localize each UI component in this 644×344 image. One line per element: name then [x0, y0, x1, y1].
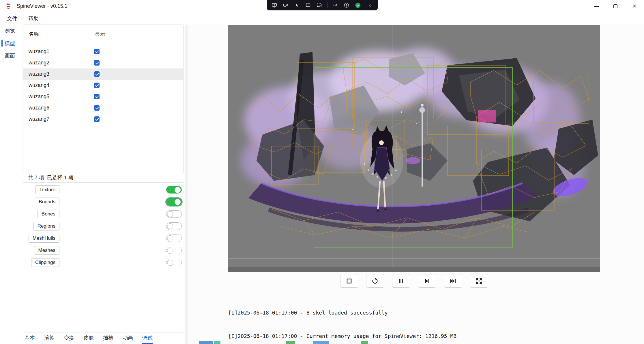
close-button[interactable]: ✕: [625, 0, 644, 12]
table-row[interactable]: wuzang5: [23, 91, 183, 102]
log-separator: [188, 291, 644, 291]
table-row[interactable]: wuzang3: [23, 68, 183, 80]
stop-button[interactable]: [340, 274, 358, 288]
playback-controls: [228, 274, 600, 288]
tab-basic[interactable]: 基本: [24, 332, 35, 344]
pause-icon: [397, 277, 405, 285]
debug-panel: Texture Bounds Bones Regions MeshHulls M…: [23, 184, 184, 269]
chevron-left-icon: [368, 3, 373, 8]
debug-label-clippings: Clippings: [31, 258, 59, 267]
region-capture-button[interactable]: [316, 2, 323, 9]
minimize-button[interactable]: [587, 0, 606, 12]
region-capture-icon: [317, 2, 322, 8]
spine-render: [228, 25, 600, 272]
tab-transform[interactable]: 变换: [63, 332, 74, 344]
model-name: wuzang1: [29, 46, 49, 57]
debug-label-bounds: Bounds: [35, 198, 59, 206]
reset-button[interactable]: [366, 274, 384, 288]
stop-icon: [345, 277, 353, 285]
performance-icon: [332, 2, 338, 8]
tab-slot[interactable]: 插槽: [103, 332, 114, 344]
table-row[interactable]: wuzang1: [23, 46, 183, 57]
menu-item-file[interactable]: 文件: [7, 15, 17, 22]
sidebar-item-model[interactable]: 模型: [0, 37, 20, 49]
panel-divider[interactable]: [185, 25, 188, 344]
sidebar-item-screen[interactable]: 画面: [0, 49, 20, 62]
window-capture-button[interactable]: [305, 2, 312, 9]
performance-button[interactable]: [332, 2, 339, 9]
app-window: SpineViewer - v0.15.1: [0, 0, 644, 344]
tab-debug[interactable]: 调试: [142, 332, 153, 344]
selection-status: 共 7 项, 已选择 1 项: [23, 173, 184, 183]
accessibility-button[interactable]: [343, 2, 350, 9]
debug-toggle-row: Clippings: [23, 256, 184, 269]
taskbar-fragment: [214, 341, 220, 344]
meshes-toggle[interactable]: [166, 247, 182, 254]
debug-toggle-row: Bones: [23, 208, 184, 220]
model-name: wuzang2: [29, 57, 49, 68]
skip-forward-button[interactable]: [444, 274, 462, 288]
log-line: [I]2025-06-18 01:17:00 - 8 skel loaded s…: [228, 309, 637, 317]
toolbar-separator: [327, 2, 327, 8]
sidebar-item-browse[interactable]: 浏览: [0, 25, 20, 37]
debug-toggle-row: Texture: [23, 184, 184, 196]
menu-item-help[interactable]: 帮助: [28, 15, 39, 22]
window-controls: ✕: [587, 0, 644, 12]
maximize-icon: [613, 4, 617, 8]
bottom-tab-bar: 基本 渲染 变换 皮肤 插槽 动画 调试: [23, 332, 184, 344]
log-output: [I]2025-06-18 01:17:00 - 8 skel loaded s…: [228, 293, 637, 344]
debug-toggle-row: Bounds: [23, 196, 184, 208]
debug-label-texture: Texture: [35, 185, 59, 194]
side-nav: 浏览 模型 画面: [0, 25, 20, 344]
window-title: SpineViewer - v0.15.1: [17, 0, 68, 12]
fit-view-button[interactable]: [470, 274, 488, 288]
bones-toggle[interactable]: [166, 210, 182, 218]
bounds-toggle[interactable]: [166, 198, 182, 206]
model-name: wuzang6: [29, 102, 49, 114]
pause-button[interactable]: [392, 274, 410, 288]
step-forward-button[interactable]: [418, 274, 436, 288]
minimize-icon: [594, 6, 599, 7]
debug-toggle-row: Meshes: [23, 244, 184, 256]
screen-project-button[interactable]: [271, 2, 278, 9]
fit-view-icon: [475, 277, 483, 285]
column-header-name: 名称: [29, 25, 39, 43]
log-line: [I]2025-06-18 01:17:00 - Current memory …: [228, 332, 637, 340]
table-row[interactable]: wuzang4: [23, 80, 183, 91]
clippings-toggle[interactable]: [166, 259, 182, 266]
debug-label-regions: Regions: [33, 222, 59, 230]
table-row[interactable]: wuzang6: [23, 102, 183, 114]
visibility-checkbox[interactable]: [94, 83, 100, 88]
tab-skin[interactable]: 皮肤: [83, 332, 94, 344]
collapse-toolbar-button[interactable]: [367, 2, 374, 9]
model-table: 名称 显示 wuzang1 wuzang2 wuzang3 wuzang4: [23, 25, 184, 173]
tab-animation[interactable]: 动画: [122, 332, 133, 344]
maximize-button[interactable]: [606, 0, 625, 12]
table-row[interactable]: wuzang7: [23, 114, 183, 125]
skip-forward-icon: [449, 277, 457, 285]
viewer-region: [I]2025-06-18 01:17:00 - 8 skel loaded s…: [188, 25, 644, 344]
model-panel: 名称 显示 wuzang1 wuzang2 wuzang3 wuzang4: [23, 25, 184, 344]
meshhulls-toggle[interactable]: [166, 235, 182, 242]
spine-viewport[interactable]: [228, 25, 600, 272]
status-ok-button[interactable]: [354, 2, 361, 9]
visibility-checkbox[interactable]: [94, 116, 100, 122]
model-name: wuzang4: [29, 80, 49, 91]
tab-render[interactable]: 渲染: [44, 332, 55, 344]
column-header-visible: 显示: [95, 25, 105, 43]
table-row[interactable]: wuzang2: [23, 57, 183, 68]
texture-toggle[interactable]: [166, 186, 182, 194]
cursor-icon: [294, 2, 300, 8]
cursor-button[interactable]: [293, 2, 300, 9]
regions-toggle[interactable]: [166, 222, 182, 230]
record-camera-button[interactable]: [282, 2, 289, 9]
visibility-checkbox[interactable]: [94, 94, 100, 99]
visibility-checkbox[interactable]: [94, 105, 100, 111]
visibility-checkbox[interactable]: [94, 71, 100, 77]
debug-label-meshes: Meshes: [34, 246, 59, 255]
taskbar-fragment: [313, 341, 329, 344]
taskbar-fragment: [361, 341, 368, 344]
visibility-checkbox[interactable]: [94, 49, 100, 54]
visibility-checkbox[interactable]: [94, 60, 100, 66]
table-header: 名称 显示: [23, 25, 183, 43]
